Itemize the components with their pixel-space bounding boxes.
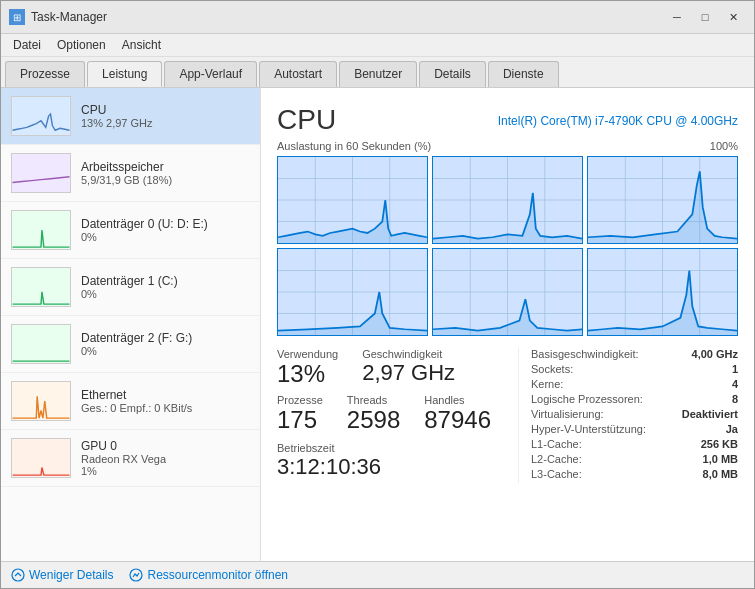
spec-basisgeschw: Basisgeschwindigkeit: 4,00 GHz xyxy=(531,348,738,360)
tab-prozesse[interactable]: Prozesse xyxy=(5,61,85,87)
sidebar-item-ethernet[interactable]: Ethernet Ges.: 0 Empf.: 0 KBit/s xyxy=(1,373,260,430)
title-bar-left: ⊞ Task-Manager xyxy=(9,9,107,25)
gpu-label: GPU 0 xyxy=(81,439,250,453)
cpu-thumbnail xyxy=(11,96,71,136)
sidebar-item-disk0[interactable]: Datenträger 0 (U: D: E:) 0% xyxy=(1,202,260,259)
cpu-chart-6 xyxy=(587,248,738,336)
handles-value: 87946 xyxy=(424,406,491,434)
tab-details[interactable]: Details xyxy=(419,61,486,87)
cpu-model: Intel(R) Core(TM) i7-4790K CPU @ 4.00GHz xyxy=(498,104,738,128)
ram-thumbnail xyxy=(11,153,71,193)
ram-value: 5,9/31,9 GB (18%) xyxy=(81,174,250,186)
disk1-label: Datenträger 1 (C:) xyxy=(81,274,250,288)
sidebar-item-cpu[interactable]: CPU 13% 2,97 GHz xyxy=(1,88,260,145)
prozesse-label: Prozesse xyxy=(277,394,323,406)
prozesse-block: Prozesse 175 xyxy=(277,394,323,434)
ethernet-thumbnail xyxy=(11,381,71,421)
geschwindigkeit-block: Geschwindigkeit 2,97 GHz xyxy=(362,348,455,388)
spec-virt: Virtualisierung: Deaktiviert xyxy=(531,408,738,420)
geschwindigkeit-label: Geschwindigkeit xyxy=(362,348,455,360)
tab-bar: Prozesse Leistung App-Verlauf Autostart … xyxy=(1,57,754,88)
cpu-chart-2 xyxy=(432,156,583,244)
svg-rect-0 xyxy=(13,97,70,135)
cpu-value: 13% 2,97 GHz xyxy=(81,117,250,129)
spec-logisch: Logische Prozessoren: 8 xyxy=(531,393,738,405)
stats-row-1: Verwendung 13% Geschwindigkeit 2,97 GHz xyxy=(277,348,506,388)
stats-specs-row: Verwendung 13% Geschwindigkeit 2,97 GHz … xyxy=(277,348,738,483)
handles-label: Handles xyxy=(424,394,491,406)
menu-datei[interactable]: Datei xyxy=(5,36,49,54)
specs-panel: Basisgeschwindigkeit: 4,00 GHz Sockets: … xyxy=(518,348,738,483)
prozesse-value: 175 xyxy=(277,406,323,434)
cpu-chart-1 xyxy=(277,156,428,244)
disk0-value: 0% xyxy=(81,231,250,243)
menu-bar: Datei Optionen Ansicht xyxy=(1,34,754,57)
betriebszeit-value: 3:12:10:36 xyxy=(277,454,506,480)
cpu-chart-3 xyxy=(587,156,738,244)
ressourcenmonitor-button[interactable]: Ressourcenmonitor öffnen xyxy=(129,568,288,582)
geschwindigkeit-value: 2,97 GHz xyxy=(362,360,455,386)
cpu-chart-5 xyxy=(432,248,583,336)
main-panel: CPU Intel(R) Core(TM) i7-4790K CPU @ 4.0… xyxy=(261,88,754,561)
close-button[interactable]: ✕ xyxy=(720,7,746,27)
ethernet-label: Ethernet xyxy=(81,388,250,402)
chart-label: Auslastung in 60 Sekunden (%) 100% xyxy=(277,140,738,152)
cpu-charts xyxy=(277,156,738,336)
tab-autostart[interactable]: Autostart xyxy=(259,61,337,87)
cpu-chart-4 xyxy=(277,248,428,336)
menu-ansicht[interactable]: Ansicht xyxy=(114,36,169,54)
disk2-label: Datenträger 2 (F: G:) xyxy=(81,331,250,345)
spec-sockets: Sockets: 1 xyxy=(531,363,738,375)
sidebar-item-gpu[interactable]: GPU 0 Radeon RX Vega1% xyxy=(1,430,260,487)
spec-kerne: Kerne: 4 xyxy=(531,378,738,390)
svg-point-55 xyxy=(12,569,24,581)
content-area: CPU 13% 2,97 GHz Arbeitsspeicher 5,9/31,… xyxy=(1,88,754,561)
svg-rect-4 xyxy=(13,325,70,363)
stats-left: Verwendung 13% Geschwindigkeit 2,97 GHz … xyxy=(277,348,506,483)
svg-rect-5 xyxy=(13,382,70,420)
disk0-info: Datenträger 0 (U: D: E:) 0% xyxy=(81,217,250,243)
gpu-value: Radeon RX Vega1% xyxy=(81,453,250,477)
betriebszeit-block: Betriebszeit 3:12:10:36 xyxy=(277,442,506,480)
verwendung-block: Verwendung 13% xyxy=(277,348,338,388)
spec-hyperv: Hyper-V-Unterstützung: Ja xyxy=(531,423,738,435)
disk2-thumbnail xyxy=(11,324,71,364)
weniger-details-button[interactable]: Weniger Details xyxy=(11,568,113,582)
tab-benutzer[interactable]: Benutzer xyxy=(339,61,417,87)
svg-rect-1 xyxy=(13,154,70,192)
threads-block: Threads 2598 xyxy=(347,394,400,434)
spec-l2: L2-Cache: 1,0 MB xyxy=(531,453,738,465)
title-bar: ⊞ Task-Manager ─ □ ✕ xyxy=(1,1,754,34)
disk0-label: Datenträger 0 (U: D: E:) xyxy=(81,217,250,231)
tab-leistung[interactable]: Leistung xyxy=(87,61,162,87)
threads-value: 2598 xyxy=(347,406,400,434)
threads-label: Threads xyxy=(347,394,400,406)
menu-optionen[interactable]: Optionen xyxy=(49,36,114,54)
ethernet-info: Ethernet Ges.: 0 Empf.: 0 KBit/s xyxy=(81,388,250,414)
disk2-value: 0% xyxy=(81,345,250,357)
sidebar-item-disk1[interactable]: Datenträger 1 (C:) 0% xyxy=(1,259,260,316)
gpu-thumbnail xyxy=(11,438,71,478)
disk2-info: Datenträger 2 (F: G:) 0% xyxy=(81,331,250,357)
tab-dienste[interactable]: Dienste xyxy=(488,61,559,87)
ram-label: Arbeitsspeicher xyxy=(81,160,250,174)
disk1-value: 0% xyxy=(81,288,250,300)
app-icon: ⊞ xyxy=(9,9,25,25)
window-controls: ─ □ ✕ xyxy=(664,7,746,27)
sidebar-item-disk2[interactable]: Datenträger 2 (F: G:) 0% xyxy=(1,316,260,373)
sidebar-item-ram[interactable]: Arbeitsspeicher 5,9/31,9 GB (18%) xyxy=(1,145,260,202)
ethernet-value: Ges.: 0 Empf.: 0 KBit/s xyxy=(81,402,250,414)
cpu-info: CPU 13% 2,97 GHz xyxy=(81,103,250,129)
gpu-info: GPU 0 Radeon RX Vega1% xyxy=(81,439,250,477)
monitor-icon xyxy=(129,568,143,582)
sidebar: CPU 13% 2,97 GHz Arbeitsspeicher 5,9/31,… xyxy=(1,88,261,561)
tab-appverlauf[interactable]: App-Verlauf xyxy=(164,61,257,87)
spec-l1: L1-Cache: 256 KB xyxy=(531,438,738,450)
maximize-button[interactable]: □ xyxy=(692,7,718,27)
betriebszeit-label: Betriebszeit xyxy=(277,442,506,454)
disk1-info: Datenträger 1 (C:) 0% xyxy=(81,274,250,300)
minimize-button[interactable]: ─ xyxy=(664,7,690,27)
chevron-up-icon xyxy=(11,568,25,582)
verwendung-label: Verwendung xyxy=(277,348,338,360)
task-manager-window: ⊞ Task-Manager ─ □ ✕ Datei Optionen Ansi… xyxy=(0,0,755,589)
